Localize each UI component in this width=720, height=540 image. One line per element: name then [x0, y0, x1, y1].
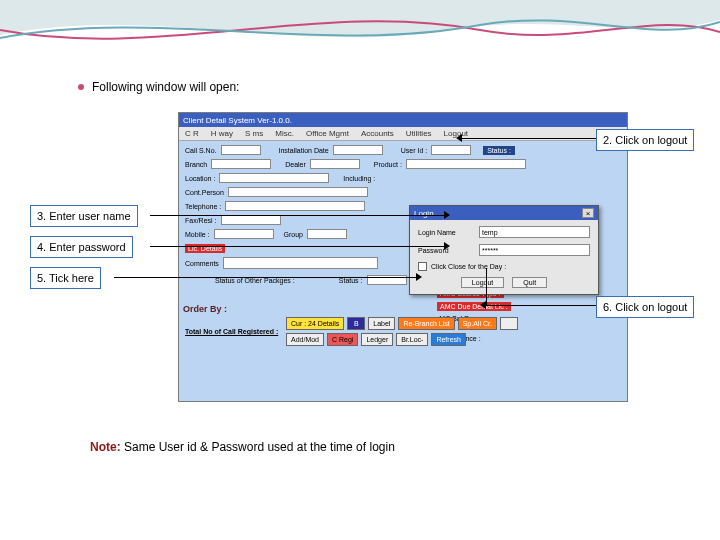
brloc-button[interactable]: Br.Loc-: [396, 333, 428, 346]
rebranch-button[interactable]: Re-Branch List: [398, 317, 454, 330]
field-label: Branch: [185, 161, 207, 168]
bullet-line: Following window will open:: [78, 80, 239, 94]
lic-details-label: Lic. Details: [185, 244, 225, 253]
group-input[interactable]: [307, 229, 347, 239]
product-input[interactable]: [406, 159, 526, 169]
callout-5: 5. Tick here: [30, 267, 101, 289]
userid-input[interactable]: [431, 145, 471, 155]
blank-button[interactable]: [500, 317, 518, 330]
field-label: Including :: [343, 175, 375, 182]
cur24-button[interactable]: Cur : 24 Details: [286, 317, 344, 330]
quit-button[interactable]: Quit: [512, 277, 547, 288]
callout-3: 3. Enter user name: [30, 205, 138, 227]
menu-item[interactable]: H way: [211, 129, 233, 138]
fax-input[interactable]: [221, 215, 281, 225]
contperson-input[interactable]: [228, 187, 368, 197]
field-label: Installation Date: [279, 147, 329, 154]
callout-4: 4. Enter password: [30, 236, 133, 258]
field-label: Telephone :: [185, 203, 221, 210]
menu-item[interactable]: Office Mgmt: [306, 129, 349, 138]
login-titlebar: Login ×: [410, 206, 598, 220]
menu-item[interactable]: C R: [185, 129, 199, 138]
arrow-6-vert: [486, 268, 487, 305]
note-line: Note: Same User id & Password used at th…: [90, 440, 395, 454]
label-button[interactable]: Label: [368, 317, 395, 330]
addmod-button[interactable]: Add/Mod: [286, 333, 324, 346]
login-title-text: Login: [414, 209, 434, 218]
close-day-label: Click Close for the Day :: [431, 263, 506, 270]
close-day-checkbox[interactable]: [418, 262, 427, 271]
b-button[interactable]: B: [347, 317, 365, 330]
call-sno-input[interactable]: [221, 145, 261, 155]
callout-6: 6. Click on logout: [596, 296, 694, 318]
field-label: Comments: [185, 260, 219, 267]
menu-item[interactable]: Accounts: [361, 129, 394, 138]
login-dialog: Login × Login Name temp Password ****** …: [409, 205, 599, 295]
arrow-5: [114, 277, 416, 278]
field-label: Group: [284, 231, 303, 238]
spallcr-button[interactable]: Sp.All Cr.: [458, 317, 497, 330]
status-label: Status :: [483, 146, 515, 155]
field-label: Dealer: [285, 161, 306, 168]
menu-item[interactable]: Misc.: [275, 129, 294, 138]
app-title: Client Detail System Ver-1.0.0.: [183, 116, 292, 125]
app-titlebar: Client Detail System Ver-1.0.0.: [179, 113, 627, 127]
logout-button[interactable]: Logout: [461, 277, 504, 288]
field-label: Cont.Person: [185, 189, 224, 196]
mobile-input[interactable]: [214, 229, 274, 239]
field-label: Location :: [185, 175, 215, 182]
refresh-button[interactable]: Refresh: [431, 333, 466, 346]
login-name-input[interactable]: temp: [479, 226, 590, 238]
app-window: Client Detail System Ver-1.0.0. C R H wa…: [178, 112, 628, 402]
bullet-text: Following window will open:: [92, 80, 239, 94]
dealer-input[interactable]: [310, 159, 360, 169]
note-text: Same User id & Password used at the time…: [124, 440, 395, 454]
login-pass-input[interactable]: ******: [479, 244, 590, 256]
field-label: User Id :: [401, 147, 427, 154]
ledger-button[interactable]: Ledger: [361, 333, 393, 346]
comments-input[interactable]: [223, 257, 378, 269]
callout-2: 2. Click on logout: [596, 129, 694, 151]
button-panel: Order By : Cur : 24 Details B Label Re-B…: [183, 300, 623, 346]
field-label: Mobile :: [185, 231, 210, 238]
arrow-3: [150, 215, 444, 216]
telephone-input[interactable]: [225, 201, 365, 211]
arrow-6: [486, 305, 596, 306]
arrow-4: [150, 246, 444, 247]
menu-item[interactable]: S ms: [245, 129, 263, 138]
close-icon[interactable]: ×: [582, 208, 594, 218]
note-label: Note:: [90, 440, 121, 454]
field-label: Fax/Resi :: [185, 217, 217, 224]
branch-input[interactable]: [211, 159, 271, 169]
arrow-2: [462, 138, 596, 139]
bullet-icon: [78, 84, 84, 90]
decorative-wave: [0, 0, 720, 60]
cregi-button[interactable]: C Regi: [327, 333, 358, 346]
install-date-input[interactable]: [333, 145, 383, 155]
field-label: Product :: [374, 161, 402, 168]
field-label: Call S.No.: [185, 147, 217, 154]
menu-item[interactable]: Utilities: [406, 129, 432, 138]
login-name-label: Login Name: [418, 229, 473, 236]
location-input[interactable]: [219, 173, 329, 183]
